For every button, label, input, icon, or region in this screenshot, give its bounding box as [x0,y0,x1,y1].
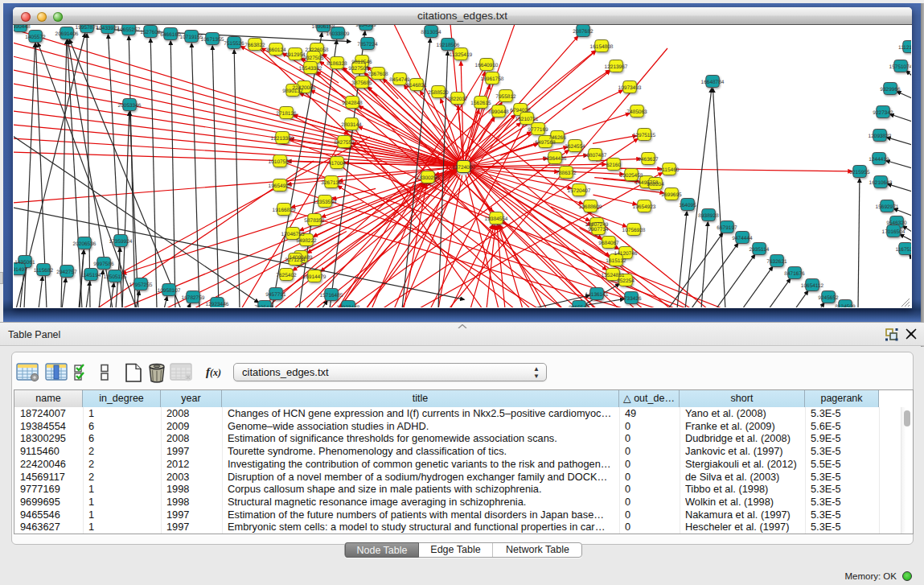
svg-text:17016504: 17016504 [882,229,906,235]
svg-text:10958107: 10958107 [158,288,181,294]
svg-text:8938928: 8938928 [698,213,719,219]
svg-text:17359924: 17359924 [109,239,133,245]
svg-text:16906158: 16906158 [312,25,335,30]
svg-text:16154808: 16154808 [590,44,614,50]
svg-text:9907734: 9907734 [588,227,609,233]
svg-text:5878352: 5878352 [304,218,325,224]
svg-text:10433923: 10433923 [97,26,120,31]
svg-text:16210643: 16210643 [869,180,893,186]
svg-text:10655257: 10655257 [117,27,141,33]
svg-text:9115460: 9115460 [659,167,680,173]
svg-text:6497568: 6497568 [535,140,556,146]
svg-text:2367608: 2367608 [368,72,388,77]
svg-text:20053346: 20053346 [118,103,142,109]
svg-text:3271234: 3271234 [285,257,306,263]
svg-text:1562615: 1562615 [470,101,491,106]
svg-text:16640910: 16640910 [475,63,499,68]
svg-text:9457791: 9457791 [265,292,286,298]
svg-text:15751074: 15751074 [889,64,911,70]
svg-text:19654923: 19654923 [633,204,656,210]
svg-text:7625411: 7625411 [255,305,275,308]
svg-text:20364436: 20364436 [544,156,567,162]
svg-text:12093822: 12093822 [869,134,892,139]
svg-text:10688609: 10688609 [579,204,602,210]
svg-text:17046755: 17046755 [281,232,305,237]
svg-text:9242848: 9242848 [342,101,363,106]
svg-text:19218506: 19218506 [437,43,460,48]
svg-text:19654925: 19654925 [269,183,292,189]
svg-text:980204: 980204 [647,182,664,187]
svg-text:9997586: 9997586 [93,262,114,267]
svg-text:19384554: 19384554 [485,216,508,222]
svg-text:2087682: 2087682 [573,29,593,35]
svg-text:9245652: 9245652 [818,295,839,301]
svg-text:10756928: 10756928 [622,228,646,233]
svg-text:6679197: 6679197 [717,225,737,231]
svg-text:23226058: 23226058 [306,47,329,53]
svg-text:12505135: 12505135 [104,274,127,280]
svg-text:9890132: 9890132 [282,89,303,94]
svg-text:9777169: 9777169 [528,127,548,133]
svg-text:7955812: 7955812 [495,94,516,100]
svg-text:3875685: 3875685 [351,80,372,86]
svg-text:15716485: 15716485 [320,293,343,299]
svg-text:15720407: 15720407 [568,188,591,194]
svg-text:16033809: 16033809 [326,31,350,37]
svg-text:417004: 417004 [328,161,346,167]
svg-text:1615132: 1615132 [606,258,626,264]
svg-text:7515526: 7515526 [224,41,244,47]
svg-text:10719155: 10719155 [180,35,203,40]
svg-text:18724007: 18724007 [452,165,475,171]
svg-text:7632621: 7632621 [766,259,787,265]
svg-text:1167533: 1167533 [896,247,911,253]
svg-text:15692971: 15692971 [876,204,899,210]
svg-text:5498222: 5498222 [296,238,317,244]
svg-text:7625402: 7625402 [276,273,297,278]
svg-text:6794028: 6794028 [510,108,531,113]
svg-text:16648784: 16648784 [701,80,725,85]
svg-text:3624554: 3624554 [565,144,585,150]
svg-text:3215955: 3215955 [849,170,870,175]
svg-text:10654112: 10654112 [801,283,824,289]
svg-text:7663822: 7663822 [244,43,265,48]
svg-text:9684067: 9684067 [598,241,619,246]
svg-text:9327508: 9327508 [348,66,369,72]
svg-text:11121831: 11121831 [898,45,911,51]
svg-text:3267130: 3267130 [321,180,342,186]
svg-text:12213967: 12213967 [605,64,628,70]
svg-text:19166829: 19166829 [273,208,296,213]
svg-text:7857224: 7857224 [357,42,378,47]
svg-text:1115682: 1115682 [34,268,54,274]
svg-text:8471676: 8471676 [784,271,805,277]
svg-text:12975115: 12975115 [633,133,656,138]
svg-text:12213389: 12213389 [271,136,294,142]
svg-text:16914479: 16914479 [303,274,326,280]
svg-text:9146821: 9146821 [406,83,427,89]
svg-text:9699695: 9699695 [661,192,682,198]
svg-text:7485063: 7485063 [626,109,647,115]
svg-text:8454749: 8454749 [389,77,410,83]
svg-text:14136141: 14136141 [585,292,609,298]
svg-text:7886372: 7886372 [556,171,577,176]
svg-text:12353594: 12353594 [314,200,337,205]
svg-text:9329966: 9329966 [880,87,901,93]
svg-text:10107553: 10107553 [269,159,292,165]
svg-text:1405572: 1405572 [25,35,46,40]
svg-text:2588520: 2588520 [428,90,449,96]
svg-text:9546320: 9546320 [886,220,907,226]
svg-text:20206536: 20206536 [73,241,97,247]
svg-text:8813054: 8813054 [421,30,441,35]
svg-text:1435061: 1435061 [14,260,35,266]
svg-text:9474444: 9474444 [732,236,753,241]
svg-text:1527602: 1527602 [140,30,161,35]
svg-text:16543382: 16543382 [299,66,322,72]
svg-text:252254: 252254 [617,278,634,284]
svg-text:19957871: 19957871 [76,25,99,31]
svg-text:10671355: 10671355 [201,37,224,43]
svg-text:20691406: 20691406 [55,31,79,37]
svg-text:13524851: 13524851 [602,273,625,278]
svg-text:10025458: 10025458 [620,173,643,179]
svg-text:3912954: 3912954 [285,52,306,58]
svg-text:3660124: 3660124 [265,47,286,53]
svg-text:16961758: 16961758 [481,76,504,82]
